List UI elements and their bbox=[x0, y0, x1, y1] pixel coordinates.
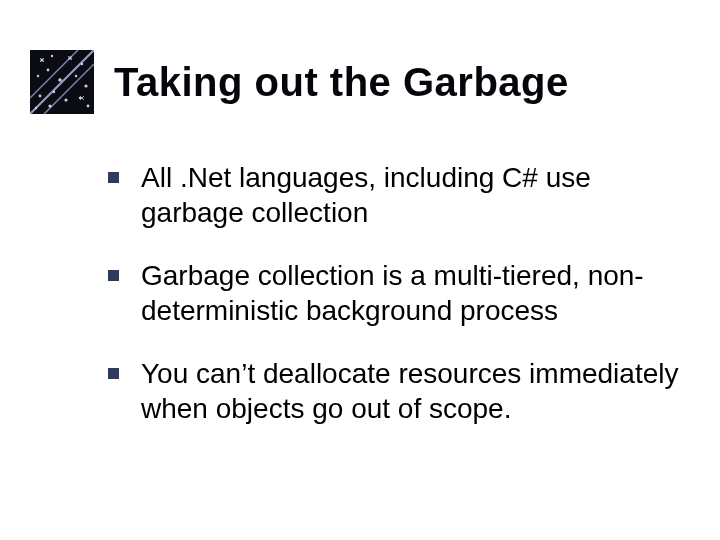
svg-point-13 bbox=[39, 95, 42, 98]
list-item: You can’t deallocate resources immediate… bbox=[108, 356, 680, 426]
bullet-text: Garbage collection is a multi-tiered, no… bbox=[141, 258, 680, 328]
svg-point-9 bbox=[47, 69, 50, 72]
svg-point-17 bbox=[87, 105, 90, 108]
svg-point-7 bbox=[81, 63, 83, 65]
bullet-text: You can’t deallocate resources immediate… bbox=[141, 356, 680, 426]
svg-point-14 bbox=[53, 91, 55, 93]
svg-point-19 bbox=[48, 104, 51, 107]
svg-point-5 bbox=[51, 55, 53, 57]
slide-body: All .Net languages, including C# use gar… bbox=[108, 160, 680, 454]
bullet-icon bbox=[108, 270, 119, 281]
list-item: Garbage collection is a multi-tiered, no… bbox=[108, 258, 680, 328]
svg-point-12 bbox=[84, 84, 87, 87]
logo-graphic bbox=[30, 50, 94, 114]
bullet-text: All .Net languages, including C# use gar… bbox=[141, 160, 680, 230]
slide-title: Taking out the Garbage bbox=[114, 60, 569, 105]
svg-point-8 bbox=[37, 75, 39, 77]
svg-point-10 bbox=[58, 78, 62, 82]
bullet-icon bbox=[108, 368, 119, 379]
svg-point-18 bbox=[35, 107, 37, 109]
list-item: All .Net languages, including C# use gar… bbox=[108, 160, 680, 230]
slide: Taking out the Garbage All .Net language… bbox=[0, 0, 720, 540]
svg-point-15 bbox=[64, 98, 67, 101]
bullet-icon bbox=[108, 172, 119, 183]
svg-point-11 bbox=[75, 75, 77, 77]
